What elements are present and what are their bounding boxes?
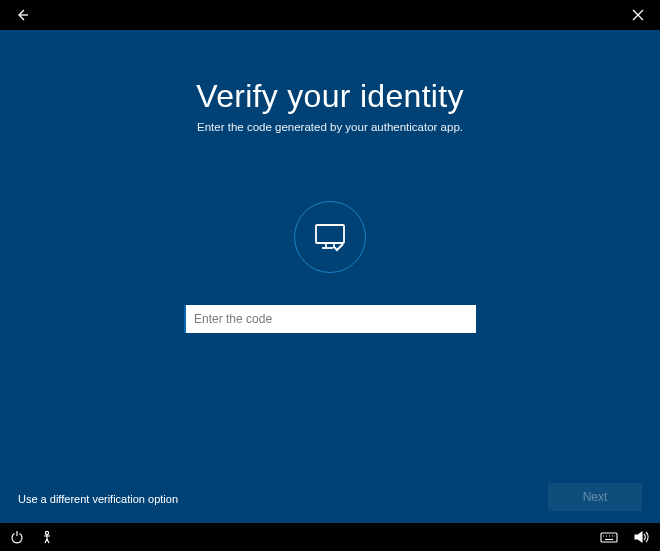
code-input[interactable]: [184, 305, 476, 333]
next-button[interactable]: Next: [548, 483, 642, 511]
arrow-left-icon: [14, 7, 30, 23]
verify-icon-circle: [294, 201, 366, 273]
close-button[interactable]: [626, 3, 650, 27]
ease-of-access-button[interactable]: [40, 530, 54, 544]
ease-of-access-icon: [40, 530, 54, 544]
svg-rect-3: [316, 225, 344, 243]
svg-point-8: [45, 531, 48, 534]
volume-icon: [634, 530, 650, 544]
title-bar: [0, 0, 660, 30]
volume-button[interactable]: [634, 530, 650, 544]
page-title: Verify your identity: [196, 78, 463, 115]
power-icon: [10, 530, 24, 544]
keyboard-button[interactable]: [600, 531, 618, 543]
bottom-left-tray: [10, 530, 54, 544]
bottom-taskbar: [0, 523, 660, 551]
bottom-right-tray: [600, 530, 650, 544]
alt-verification-link[interactable]: Use a different verification option: [18, 493, 178, 505]
page-subtitle: Enter the code generated by your authent…: [197, 121, 463, 133]
power-button[interactable]: [10, 530, 24, 544]
close-icon: [632, 9, 644, 21]
back-button[interactable]: [10, 3, 34, 27]
main-content: Verify your identity Enter the code gene…: [0, 30, 660, 523]
keyboard-icon: [600, 531, 618, 543]
monitor-check-icon: [310, 219, 350, 255]
svg-rect-9: [601, 533, 617, 542]
